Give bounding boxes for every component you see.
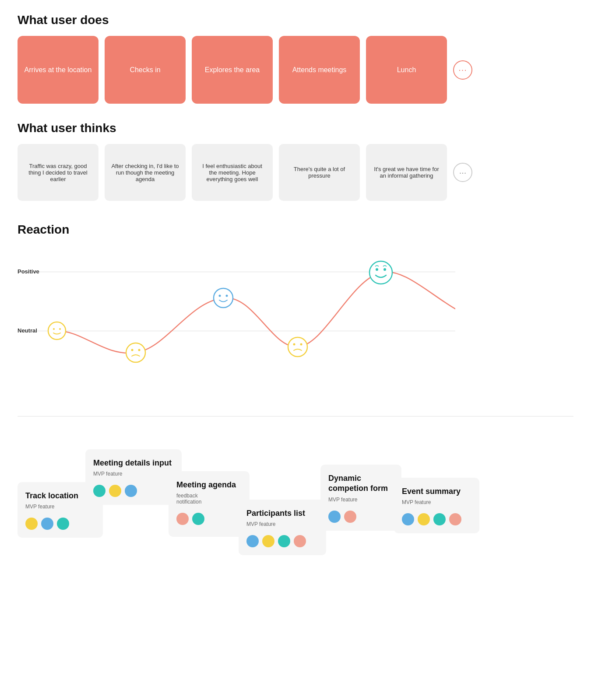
- feature-card-meeting-agenda-subtitle: feedback notification: [176, 493, 242, 505]
- dot-green: [93, 485, 106, 497]
- dot-green: [433, 513, 446, 525]
- reaction-section: Reaction Positive Neutral: [18, 223, 573, 394]
- feature-card-track-location-title: Track location: [25, 491, 95, 501]
- svg-point-14: [369, 261, 392, 284]
- what-user-does-title: What user does: [18, 13, 573, 27]
- dot-green: [57, 518, 69, 530]
- think-card-1[interactable]: After checking in, I'd like to run thoug…: [105, 144, 186, 201]
- think-card-4[interactable]: It's great we have time for an informal …: [366, 144, 447, 201]
- action-cards-row: Arrives at the location Checks in Explor…: [18, 36, 573, 104]
- feature-card-meeting-agenda[interactable]: Meeting agenda feedback notification: [169, 471, 250, 537]
- feature-card-meeting-agenda-dots: [176, 513, 242, 525]
- feature-card-participants-list-dots: [246, 535, 318, 547]
- dot-pink: [294, 535, 306, 547]
- features-area: Track location MVP feature Meeting detai…: [18, 443, 499, 609]
- svg-point-7: [138, 349, 141, 351]
- feature-card-event-summary-title: Event summary: [402, 486, 471, 497]
- dot-blue: [402, 513, 414, 525]
- feature-card-event-summary-dots: [402, 513, 471, 525]
- feature-card-meeting-agenda-title: Meeting agenda: [176, 480, 242, 490]
- feature-card-participants-list[interactable]: Participants list MVP feature: [239, 500, 326, 555]
- dot-yellow: [418, 513, 430, 525]
- svg-point-13: [300, 343, 303, 346]
- action-card-1[interactable]: Checks in: [105, 36, 186, 104]
- svg-point-4: [59, 328, 61, 330]
- feature-card-meeting-details-subtitle: MVP feature: [93, 471, 174, 477]
- think-cards-row: Traffic was crazy, good thing I decided …: [18, 144, 573, 201]
- thinks-more-button[interactable]: ···: [453, 163, 472, 182]
- think-card-0[interactable]: Traffic was crazy, good thing I decided …: [18, 144, 98, 201]
- feature-card-dynamic-form[interactable]: Dynamic competion form MVP feature: [320, 465, 401, 531]
- feature-card-event-summary-subtitle: MVP feature: [402, 499, 471, 505]
- dot-green: [278, 535, 290, 547]
- dot-yellow: [109, 485, 121, 497]
- dot-yellow: [262, 535, 274, 547]
- svg-point-15: [376, 268, 378, 271]
- svg-point-5: [126, 343, 145, 362]
- feature-card-participants-list-title: Participants list: [246, 508, 318, 518]
- think-card-3[interactable]: There's quite a lot of pressure: [279, 144, 360, 201]
- action-card-4[interactable]: Lunch: [366, 36, 447, 104]
- reaction-svg: [18, 245, 455, 394]
- feature-card-participants-list-subtitle: MVP feature: [246, 521, 318, 527]
- dot-pink: [449, 513, 461, 525]
- what-user-thinks-title: What user thinks: [18, 121, 573, 135]
- svg-point-3: [53, 328, 55, 330]
- svg-point-8: [214, 288, 233, 308]
- section-divider: [18, 416, 573, 416]
- feature-card-dynamic-form-dots: [328, 511, 394, 523]
- feature-card-meeting-details-dots: [93, 485, 174, 497]
- svg-point-11: [288, 337, 307, 357]
- svg-point-0: [48, 322, 66, 340]
- feature-card-dynamic-form-subtitle: MVP feature: [328, 497, 394, 503]
- dot-blue: [41, 518, 53, 530]
- svg-point-10: [226, 295, 228, 297]
- feature-card-track-location-dots: [25, 518, 95, 530]
- action-card-3[interactable]: Attends meetings: [279, 36, 360, 104]
- dot-pink: [344, 511, 356, 523]
- feature-card-track-location-subtitle: MVP feature: [25, 504, 95, 510]
- svg-point-12: [293, 343, 296, 346]
- dot-blue: [246, 535, 259, 547]
- dot-blue: [125, 485, 137, 497]
- action-card-0[interactable]: Arrives at the location: [18, 36, 98, 104]
- reaction-chart: Positive Neutral: [18, 245, 455, 394]
- dot-yellow: [25, 518, 38, 530]
- svg-point-16: [383, 268, 386, 271]
- svg-point-6: [131, 349, 134, 351]
- action-card-2[interactable]: Explores the area: [192, 36, 273, 104]
- action-more-button[interactable]: ···: [453, 60, 472, 80]
- dot-blue: [328, 511, 341, 523]
- feature-card-meeting-details-title: Meeting details input: [93, 458, 174, 468]
- dot-green: [192, 513, 204, 525]
- feature-card-meeting-details[interactable]: Meeting details input MVP feature: [85, 449, 182, 505]
- dot-pink: [176, 513, 189, 525]
- feature-card-event-summary[interactable]: Event summary MVP feature: [394, 478, 479, 533]
- svg-point-9: [219, 295, 221, 297]
- think-card-2[interactable]: I feel enthusiastic about the meeting. H…: [192, 144, 273, 201]
- feature-card-dynamic-form-title: Dynamic competion form: [328, 473, 394, 494]
- reaction-title: Reaction: [18, 223, 573, 237]
